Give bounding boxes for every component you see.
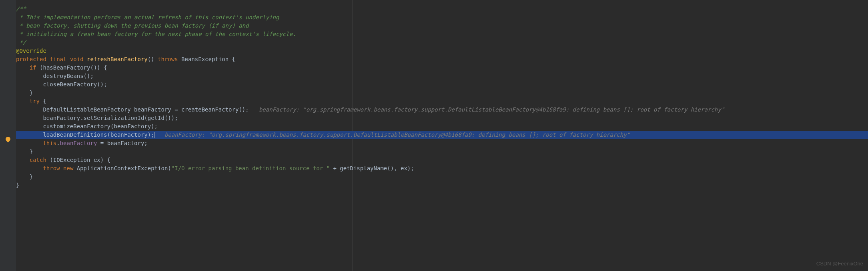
- code-line[interactable]: * initializing a fresh bean factory for …: [16, 30, 868, 38]
- watermark: CSDN @FeenixOne: [816, 259, 863, 268]
- code-line[interactable]: catch (IOException ex) {: [16, 156, 868, 164]
- doc-comment: /**: [16, 6, 26, 12]
- doc-comment: * bean factory, shutting down the previo…: [16, 22, 249, 29]
- code-line[interactable]: }: [16, 147, 868, 156]
- text-caret: [154, 132, 154, 138]
- code-line[interactable]: if (hasBeanFactory()) {: [16, 64, 868, 72]
- lightbulb-icon[interactable]: [5, 136, 12, 143]
- code-line[interactable]: beanFactory.setSerializationId(getId());: [16, 114, 868, 122]
- code-line[interactable]: try {: [16, 97, 868, 106]
- doc-comment: * This implementation performs an actual…: [16, 14, 279, 20]
- code-line[interactable]: }: [16, 173, 868, 181]
- gutter: [0, 0, 16, 271]
- code-line[interactable]: /**: [16, 5, 868, 13]
- code-line[interactable]: throw new ApplicationContextException("I…: [16, 164, 868, 173]
- code-line[interactable]: closeBeanFactory();: [16, 80, 868, 89]
- doc-comment: */: [16, 39, 26, 46]
- code-line[interactable]: @Override: [16, 47, 868, 55]
- code-line[interactable]: * This implementation performs an actual…: [16, 13, 868, 22]
- code-line[interactable]: }: [16, 181, 868, 189]
- code-line[interactable]: */: [16, 38, 868, 47]
- inline-hint: beanFactory: "org.springframework.beans.…: [259, 106, 724, 113]
- annotation: @Override: [16, 48, 46, 54]
- code-line[interactable]: destroyBeans();: [16, 72, 868, 80]
- inline-hint: beanFactory: "org.springframework.beans.…: [164, 132, 630, 138]
- code-line[interactable]: this.beanFactory = beanFactory;: [16, 139, 868, 147]
- code-line[interactable]: DefaultListableBeanFactory beanFactory =…: [16, 106, 868, 114]
- code-line[interactable]: customizeBeanFactory(beanFactory);: [16, 122, 868, 131]
- code-content[interactable]: /** * This implementation performs an ac…: [16, 0, 868, 189]
- code-line[interactable]: protected final void refreshBeanFactory(…: [16, 55, 868, 64]
- code-editor[interactable]: /** * This implementation performs an ac…: [0, 0, 868, 271]
- code-line[interactable]: }: [16, 89, 868, 97]
- doc-comment: * initializing a fresh bean factory for …: [16, 31, 296, 37]
- code-line-current[interactable]: loadBeanDefinitions(beanFactory); beanFa…: [16, 131, 868, 139]
- code-line[interactable]: * bean factory, shutting down the previo…: [16, 22, 868, 30]
